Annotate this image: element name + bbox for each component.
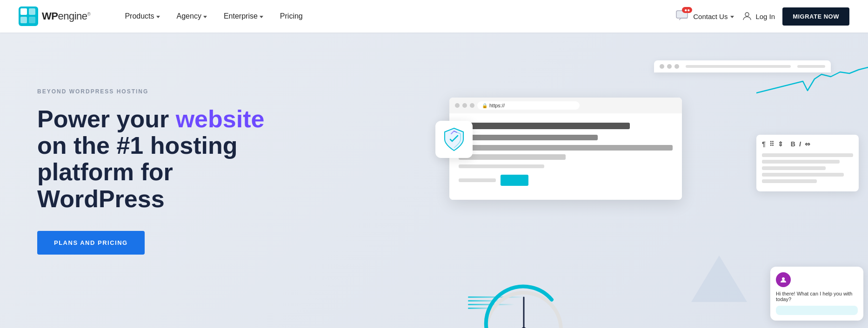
content-block-light: [459, 154, 566, 160]
chat-widget: Hi there! What can I help you with today…: [770, 267, 863, 321]
chevron-down-icon: [156, 16, 160, 18]
notification-badge: ●●: [682, 7, 692, 13]
editor-panel: ¶ ⠿ ⇕ B I ⇔: [756, 135, 859, 191]
lock-icon: 🔒: [482, 103, 487, 108]
svg-rect-2: [29, 8, 35, 15]
teal-cta-block: [501, 175, 528, 186]
login-label: Log In: [755, 13, 775, 20]
logo-text: WPengine®: [42, 10, 90, 22]
chevron-down-icon: [260, 16, 263, 18]
editor-line-1: [762, 153, 853, 157]
editor-line-2: [762, 160, 840, 164]
editor-toolbar: ¶ ⠿ ⇕ B I ⇔: [762, 140, 853, 148]
svg-rect-3: [20, 17, 27, 23]
contact-us-label: Contact Us: [693, 13, 728, 20]
browser-dot-3: [470, 103, 474, 108]
chat-icon: ●●: [675, 9, 690, 24]
logo-icon: [19, 7, 38, 26]
content-block-medium: [459, 135, 598, 140]
browser-dot-2: [462, 103, 467, 108]
chat-message: Hi there! What can I help you with today…: [776, 291, 858, 302]
svg-point-7: [745, 13, 749, 16]
chevron-down-icon: [203, 16, 207, 18]
editor-line-5: [762, 179, 817, 183]
svg-rect-1: [20, 8, 27, 15]
user-icon: [741, 11, 753, 22]
nav-item-enterprise[interactable]: Enterprise: [217, 8, 270, 24]
chevron-down-icon: [730, 16, 734, 18]
browser-dot: [660, 64, 664, 69]
shield-badge: [435, 121, 473, 158]
browser-top: [654, 60, 831, 72]
hero-content: BEYOND WORDPRESS HOSTING Power your webs…: [0, 33, 316, 328]
browser-cta-row: [459, 175, 673, 186]
triangle-decoration: [691, 256, 747, 302]
nav-item-products[interactable]: Products: [118, 8, 166, 24]
editor-line-4: [762, 173, 844, 177]
chat-avatar: [776, 272, 791, 287]
navigation: WPengine® Products Agency Enterprise Pri…: [0, 0, 868, 33]
agent-icon: [780, 276, 787, 283]
performance-gauge: [477, 283, 570, 328]
browser-dot: [674, 64, 679, 69]
plans-pricing-button[interactable]: PLANS AND PRICING: [37, 231, 145, 255]
svg-rect-4: [29, 17, 35, 23]
editor-line-3: [762, 166, 826, 170]
nav-right: ●● Contact Us Log In MIGRATE NOW: [675, 7, 849, 26]
browser-dot: [667, 64, 672, 69]
link-icon: ⇔: [805, 140, 810, 148]
hero-headline: Power your website on the #1 hosting pla…: [37, 106, 279, 212]
content-block-thin: [459, 164, 544, 168]
browser-content: [449, 113, 682, 200]
browser-top-bar: [654, 60, 831, 72]
arrows-icon: ⇕: [778, 140, 783, 148]
paragraph-icon: ¶: [762, 140, 766, 148]
nav-item-agency[interactable]: Agency: [170, 8, 214, 24]
italic-icon: I: [799, 140, 801, 148]
browser-dot-1: [455, 103, 460, 108]
shield-icon: [443, 127, 465, 151]
browser-bar: 🔒 https://: [449, 98, 682, 113]
browser-window-main: 🔒 https://: [449, 98, 682, 200]
cta-stub: [459, 178, 496, 182]
url-bar-stub: [686, 65, 791, 68]
content-block-dark: [459, 123, 630, 129]
migrate-now-button[interactable]: MIGRATE NOW: [782, 7, 849, 26]
nav-items: Products Agency Enterprise Pricing: [118, 8, 675, 24]
bold-icon: B: [791, 140, 795, 148]
nav-item-pricing[interactable]: Pricing: [274, 8, 309, 24]
login-button[interactable]: Log In: [741, 11, 775, 22]
hero-eyebrow: BEYOND WORDPRESS HOSTING: [37, 88, 279, 95]
grid-icon: ⠿: [769, 140, 774, 148]
url-bar-stub2: [797, 65, 825, 68]
svg-point-10: [782, 277, 785, 280]
content-block-full: [459, 145, 673, 151]
logo[interactable]: WPengine®: [19, 7, 90, 26]
chat-reply-block[interactable]: [776, 306, 858, 315]
browser-url-bar: 🔒 https://: [477, 101, 580, 110]
contact-us-button[interactable]: ●● Contact Us: [675, 9, 734, 24]
hero-section: BEYOND WORDPRESS HOSTING Power your webs…: [0, 33, 868, 328]
hero-illustration: 🔒 https://: [421, 60, 868, 328]
